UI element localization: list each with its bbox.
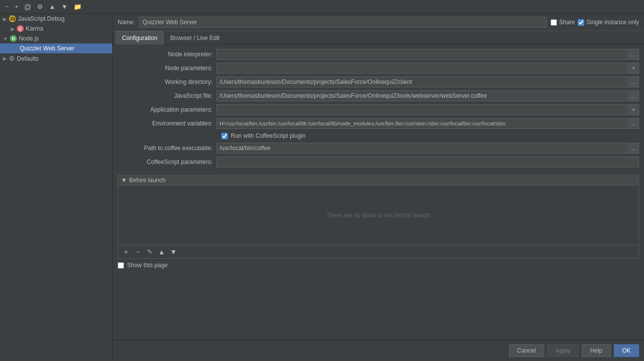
expand-arrow-defaults: ▶ [3,56,7,61]
bl-add-btn[interactable]: + [121,247,131,257]
sidebar-item-nodejs[interactable]: ▼ N Node.js [0,34,112,43]
single-instance-label[interactable]: Single instance only [578,19,639,26]
form-row-node-interpreter: Node interpreter: … [118,48,639,60]
input-wrap-coffee-parameters [216,157,639,167]
browse-node-interpreter[interactable]: … [628,49,639,60]
input-node-interpreter[interactable] [216,49,627,60]
svg-rect-0 [25,5,29,10]
name-row: Name: Share Single instance only [113,14,644,31]
show-page-row: Show this page [113,259,644,272]
toolbar-folder-btn[interactable]: 📁 [72,2,84,11]
browse-env-vars[interactable]: … [628,118,639,129]
name-label: Name: [118,19,135,26]
main-layout: ▶ JS JavaScript Debug ▶ C Karma ▼ N Node… [0,14,644,361]
input-wrap-node-parameters: ≡ [216,63,639,74]
browse-js-file[interactable]: … [628,90,639,101]
label-coffee-executable: Path to coffee executable: [118,145,216,152]
input-wrap-js-file: … [216,90,639,101]
before-launch-section: ▼ Before launch There are no tasks to ru… [118,175,639,259]
form-row-node-parameters: Node parameters: ≡ [118,62,639,74]
browse-coffee-executable[interactable]: … [628,143,639,154]
input-wrap-working-directory: … [216,77,639,87]
sidebar-item-label: Karma [26,25,43,32]
toolbar-down-btn[interactable]: ▼ [59,2,70,11]
coffeescript-label: Run with CoffeeScript plugin [231,132,305,139]
before-launch-header[interactable]: ▼ Before launch [118,175,639,186]
browse-node-parameters[interactable]: ≡ [628,63,639,74]
input-wrap-app-parameters: ≡ [216,104,639,115]
bl-remove-btn[interactable]: − [133,247,143,257]
form-row-coffee-parameters: CoffeeScript parameters: [118,156,639,168]
defaults-icon: ⚙ [9,55,15,62]
label-node-parameters: Node parameters: [118,65,216,72]
ok-button[interactable]: OK [614,344,639,357]
before-launch-title: Before launch [129,177,166,184]
sidebar-item-defaults[interactable]: ▶ ⚙ Defaults [0,53,112,64]
browse-working-directory[interactable]: … [628,77,639,87]
expand-arrow-karma: ▶ [11,26,15,32]
label-working-directory: Working directory: [118,79,216,85]
form-row-env-vars: Environment variables: … [118,118,639,129]
coffeescript-checkbox[interactable] [221,133,228,139]
browse-app-parameters[interactable]: ≡ [628,104,639,115]
before-launch-body: There are no tasks to run before launch [118,186,639,245]
form-row-js-file: JavaScript file: … [118,90,639,102]
bl-up-btn[interactable]: ▲ [157,247,167,257]
label-env-vars: Environment variables: [118,120,216,127]
share-area: Share Single instance only [551,19,639,26]
sidebar: ▶ JS JavaScript Debug ▶ C Karma ▼ N Node… [0,14,113,361]
input-wrap-env-vars: … [216,118,639,129]
single-instance-text: Single instance only [586,19,639,26]
toolbar-up-btn[interactable]: ▲ [47,2,57,11]
toolbar-settings-btn[interactable]: ⚙ [35,2,45,11]
bottom-bar: Cancel Apply Help OK [113,340,644,361]
toolbar-plus-btn[interactable]: + [13,2,21,11]
share-checkbox-label[interactable]: Share [551,19,575,26]
single-instance-checkbox[interactable] [578,19,584,26]
c-icon: C [17,25,24,32]
toolbar: − + ⚙ ▲ ▼ 📁 [0,0,644,14]
label-node-interpreter: Node interpreter: [118,51,216,58]
show-page-label: Show this page [127,262,168,269]
bl-edit-btn[interactable]: ✎ [145,247,155,257]
collapse-arrow: ▼ [121,177,127,184]
sidebar-item-karma[interactable]: ▶ C Karma [0,24,112,34]
expand-arrow: ▶ [3,16,7,22]
toolbar-copy-btn[interactable] [22,2,33,11]
before-launch-toolbar: + − ✎ ▲ ▼ [118,245,639,258]
bl-down-btn[interactable]: ▼ [169,247,178,257]
input-coffee-executable[interactable] [216,143,627,154]
input-working-directory[interactable] [216,77,627,87]
config-form: Node interpreter: … Node parameters: ≡ W… [113,44,644,172]
node-icon: N [10,35,17,42]
input-js-file[interactable] [216,90,627,101]
before-launch-empty-text: There are no tasks to run before launch [326,212,430,219]
js-icon: JS [9,15,16,22]
input-coffee-parameters[interactable] [216,157,639,167]
label-coffee-parameters: CoffeeScript parameters: [118,159,216,165]
input-wrap-node-interpreter: … [216,49,639,60]
input-app-parameters[interactable] [216,104,627,115]
coffeescript-checkbox-row: Run with CoffeeScript plugin [118,131,639,140]
sidebar-item-quizzler[interactable]: Quizzler Web Server [0,43,112,53]
form-row-coffee-executable: Path to coffee executable: … [118,142,639,154]
sidebar-item-label: Node.js [19,35,39,42]
input-wrap-coffee-executable: … [216,143,639,154]
content-area: Name: Share Single instance only Configu… [113,14,644,361]
input-node-parameters[interactable] [216,63,627,74]
toolbar-minus-btn[interactable]: − [3,2,11,11]
sidebar-item-label: JavaScript Debug [18,15,65,22]
show-page-checkbox[interactable] [118,262,124,269]
form-row-working-directory: Working directory: … [118,76,639,88]
tab-configuration[interactable]: Configuration [116,31,164,44]
input-env-vars[interactable] [216,118,627,129]
apply-button[interactable]: Apply [547,344,579,357]
cancel-button[interactable]: Cancel [509,344,544,357]
tab-browser-live-edit[interactable]: Browser / Live Edit [164,31,226,44]
form-row-app-parameters: Application parameters: ≡ [118,104,639,116]
sidebar-item-js-debug[interactable]: ▶ JS JavaScript Debug [0,14,112,24]
help-button[interactable]: Help [582,344,611,357]
name-input[interactable] [139,17,547,28]
share-checkbox[interactable] [551,19,557,26]
label-app-parameters: Application parameters: [118,106,216,113]
